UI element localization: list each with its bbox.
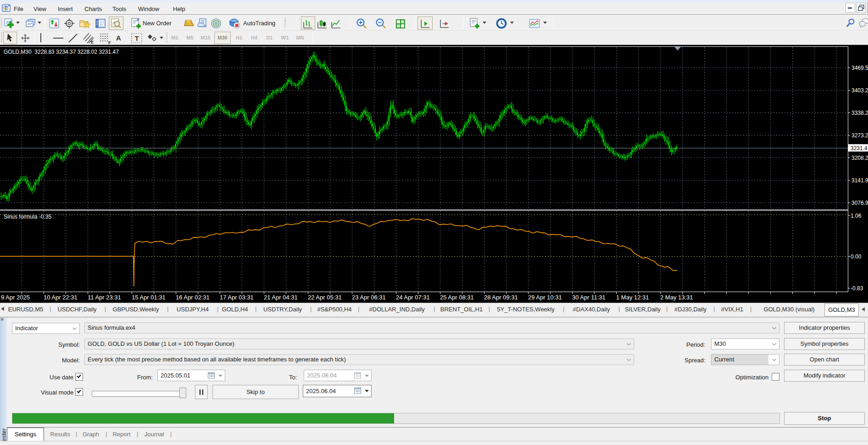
svg-text:3231.4: 3231.4 [851, 145, 868, 152]
svg-text:3076.9: 3076.9 [851, 200, 868, 206]
svg-text:30 Apr 11:31: 30 Apr 11:31 [572, 294, 606, 301]
svg-text:10 Apr 22:31: 10 Apr 22:31 [44, 294, 78, 301]
svg-text:E: E [91, 40, 94, 44]
svg-text:3469.5: 3469.5 [851, 65, 868, 71]
svg-text:T: T [135, 35, 139, 42]
svg-text:21 Apr 04:31: 21 Apr 04:31 [264, 294, 298, 301]
svg-text:9 Apr 2025: 9 Apr 2025 [1, 294, 30, 301]
svg-text:24 Apr 07:31: 24 Apr 07:31 [396, 294, 430, 301]
svg-text:16 Apr 02:31: 16 Apr 02:31 [176, 294, 210, 301]
svg-text:1 May 12:31: 1 May 12:31 [616, 294, 649, 301]
svg-text:-0.83: -0.83 [851, 285, 863, 292]
svg-text:F: F [108, 40, 111, 44]
svg-text:11 Apr 23:31: 11 Apr 23:31 [88, 294, 121, 301]
svg-text:2 May 13:31: 2 May 13:31 [660, 294, 693, 301]
svg-text:3141.9: 3141.9 [851, 177, 868, 184]
svg-text:3208.2: 3208.2 [851, 155, 868, 161]
svg-text:17 Apr 03:31: 17 Apr 03:31 [220, 294, 254, 301]
svg-text:29 Apr 10:31: 29 Apr 10:31 [528, 294, 562, 301]
svg-text:Sinus formula -0.35: Sinus formula -0.35 [4, 214, 51, 220]
svg-text:23 Apr 06:31: 23 Apr 06:31 [352, 294, 386, 301]
svg-text:1.06: 1.06 [851, 213, 862, 219]
svg-text:GOLD,M30 3228.83 3234.37 3228: GOLD,M30 3228.83 3234.37 3228.02 3231.47 [4, 49, 119, 55]
svg-text:28 Apr 09:31: 28 Apr 09:31 [484, 294, 518, 301]
svg-text:25 Apr 08:31: 25 Apr 08:31 [440, 294, 474, 301]
svg-text:3338.2: 3338.2 [851, 110, 868, 116]
svg-text:22 Apr 05:31: 22 Apr 05:31 [308, 294, 342, 301]
svg-text:0.00: 0.00 [851, 253, 862, 260]
svg-text:3403.2: 3403.2 [851, 87, 868, 94]
svg-text:15 Apr 01:31: 15 Apr 01:31 [132, 294, 166, 301]
svg-text:3273.2: 3273.2 [851, 132, 868, 139]
